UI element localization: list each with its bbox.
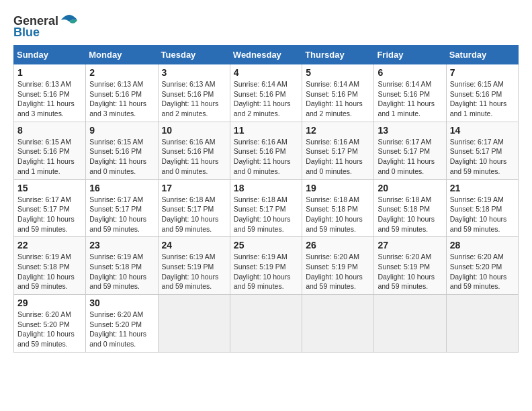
calendar-cell: 10Sunrise: 6:16 AM Sunset: 5:16 PM Dayli… [158, 122, 230, 179]
day-number: 12 [306, 125, 370, 136]
col-header-sunday: Sunday [14, 46, 86, 64]
day-info: Sunrise: 6:20 AM Sunset: 5:20 PM Dayligh… [450, 252, 515, 291]
day-number: 20 [378, 183, 442, 193]
day-info: Sunrise: 6:20 AM Sunset: 5:19 PM Dayligh… [306, 252, 370, 291]
day-number: 26 [306, 240, 370, 250]
day-info: Sunrise: 6:19 AM Sunset: 5:18 PM Dayligh… [17, 252, 82, 291]
day-info: Sunrise: 6:13 AM Sunset: 5:16 PM Dayligh… [17, 79, 82, 119]
day-number: 3 [162, 67, 226, 78]
day-number: 21 [450, 183, 515, 193]
day-info: Sunrise: 6:15 AM Sunset: 5:16 PM Dayligh… [17, 137, 82, 177]
day-info: Sunrise: 6:14 AM Sunset: 5:16 PM Dayligh… [234, 79, 298, 119]
day-number: 7 [450, 67, 515, 78]
day-number: 16 [89, 183, 154, 193]
col-header-monday: Monday [86, 46, 158, 64]
calendar-cell [230, 295, 302, 353]
calendar-cell: 30Sunrise: 6:20 AM Sunset: 5:20 PM Dayli… [86, 295, 158, 353]
col-header-thursday: Thursday [302, 46, 374, 64]
col-header-friday: Friday [374, 46, 446, 64]
day-number: 18 [234, 183, 298, 193]
day-info: Sunrise: 6:19 AM Sunset: 5:19 PM Dayligh… [162, 252, 226, 291]
day-info: Sunrise: 6:17 AM Sunset: 5:17 PM Dayligh… [378, 137, 442, 177]
day-info: Sunrise: 6:18 AM Sunset: 5:18 PM Dayligh… [306, 195, 370, 234]
col-header-tuesday: Tuesday [158, 46, 230, 64]
day-number: 23 [89, 240, 154, 250]
day-info: Sunrise: 6:14 AM Sunset: 5:16 PM Dayligh… [306, 79, 370, 119]
day-number: 2 [89, 67, 154, 78]
col-header-saturday: Saturday [446, 46, 518, 64]
calendar-cell: 4Sunrise: 6:14 AM Sunset: 5:16 PM Daylig… [230, 64, 302, 122]
day-info: Sunrise: 6:20 AM Sunset: 5:20 PM Dayligh… [17, 310, 82, 349]
day-number: 1 [17, 67, 82, 78]
calendar-cell: 24Sunrise: 6:19 AM Sunset: 5:19 PM Dayli… [158, 237, 230, 295]
calendar-cell: 9Sunrise: 6:15 AM Sunset: 5:16 PM Daylig… [86, 122, 158, 179]
day-info: Sunrise: 6:18 AM Sunset: 5:17 PM Dayligh… [234, 195, 298, 234]
day-info: Sunrise: 6:15 AM Sunset: 5:16 PM Dayligh… [450, 79, 515, 119]
day-number: 11 [234, 125, 298, 136]
calendar-header-row: SundayMondayTuesdayWednesdayThursdayFrid… [14, 46, 519, 64]
calendar-cell: 12Sunrise: 6:16 AM Sunset: 5:17 PM Dayli… [302, 122, 374, 179]
day-info: Sunrise: 6:16 AM Sunset: 5:16 PM Dayligh… [162, 137, 226, 177]
day-info: Sunrise: 6:19 AM Sunset: 5:18 PM Dayligh… [450, 195, 515, 234]
calendar-cell: 23Sunrise: 6:19 AM Sunset: 5:18 PM Dayli… [86, 237, 158, 295]
page-header: General Blue [13, 13, 519, 40]
calendar-cell: 29Sunrise: 6:20 AM Sunset: 5:20 PM Dayli… [14, 295, 86, 353]
calendar-cell: 8Sunrise: 6:15 AM Sunset: 5:16 PM Daylig… [14, 122, 86, 179]
calendar-cell [302, 295, 374, 353]
day-info: Sunrise: 6:17 AM Sunset: 5:17 PM Dayligh… [450, 137, 515, 177]
day-info: Sunrise: 6:13 AM Sunset: 5:16 PM Dayligh… [89, 79, 154, 119]
day-info: Sunrise: 6:14 AM Sunset: 5:16 PM Dayligh… [378, 79, 442, 119]
day-info: Sunrise: 6:18 AM Sunset: 5:17 PM Dayligh… [162, 195, 226, 234]
calendar-cell: 18Sunrise: 6:18 AM Sunset: 5:17 PM Dayli… [230, 179, 302, 237]
calendar-week-row: 15Sunrise: 6:17 AM Sunset: 5:17 PM Dayli… [14, 179, 519, 237]
logo-bird-icon [60, 13, 79, 28]
day-number: 28 [450, 240, 515, 250]
day-number: 25 [234, 240, 298, 250]
day-number: 9 [89, 125, 154, 136]
logo: General Blue [13, 13, 79, 40]
day-number: 15 [17, 183, 82, 193]
day-number: 4 [234, 67, 298, 78]
calendar-cell: 14Sunrise: 6:17 AM Sunset: 5:17 PM Dayli… [446, 122, 518, 179]
day-number: 29 [17, 298, 82, 308]
day-number: 27 [378, 240, 442, 250]
calendar-week-row: 22Sunrise: 6:19 AM Sunset: 5:18 PM Dayli… [14, 237, 519, 295]
calendar-cell: 2Sunrise: 6:13 AM Sunset: 5:16 PM Daylig… [86, 64, 158, 122]
logo-blue-text: Blue [13, 26, 40, 40]
day-number: 5 [306, 67, 370, 78]
day-number: 30 [89, 298, 154, 308]
calendar-cell: 16Sunrise: 6:17 AM Sunset: 5:17 PM Dayli… [86, 179, 158, 237]
calendar-cell: 20Sunrise: 6:18 AM Sunset: 5:18 PM Dayli… [374, 179, 446, 237]
calendar-cell: 21Sunrise: 6:19 AM Sunset: 5:18 PM Dayli… [446, 179, 518, 237]
calendar-cell: 26Sunrise: 6:20 AM Sunset: 5:19 PM Dayli… [302, 237, 374, 295]
calendar-cell: 3Sunrise: 6:13 AM Sunset: 5:16 PM Daylig… [158, 64, 230, 122]
calendar-cell: 22Sunrise: 6:19 AM Sunset: 5:18 PM Dayli… [14, 237, 86, 295]
calendar-cell [158, 295, 230, 353]
day-info: Sunrise: 6:19 AM Sunset: 5:19 PM Dayligh… [234, 252, 298, 291]
calendar-cell: 7Sunrise: 6:15 AM Sunset: 5:16 PM Daylig… [446, 64, 518, 122]
calendar-cell: 28Sunrise: 6:20 AM Sunset: 5:20 PM Dayli… [446, 237, 518, 295]
calendar-cell [446, 295, 518, 353]
day-number: 22 [17, 240, 82, 250]
day-info: Sunrise: 6:15 AM Sunset: 5:16 PM Dayligh… [89, 137, 154, 177]
col-header-wednesday: Wednesday [230, 46, 302, 64]
calendar-cell: 1Sunrise: 6:13 AM Sunset: 5:16 PM Daylig… [14, 64, 86, 122]
day-info: Sunrise: 6:20 AM Sunset: 5:19 PM Dayligh… [378, 252, 442, 291]
calendar-cell: 19Sunrise: 6:18 AM Sunset: 5:18 PM Dayli… [302, 179, 374, 237]
day-info: Sunrise: 6:19 AM Sunset: 5:18 PM Dayligh… [89, 252, 154, 291]
day-info: Sunrise: 6:18 AM Sunset: 5:18 PM Dayligh… [378, 195, 442, 234]
calendar-cell: 6Sunrise: 6:14 AM Sunset: 5:16 PM Daylig… [374, 64, 446, 122]
calendar-table: SundayMondayTuesdayWednesdayThursdayFrid… [13, 45, 519, 353]
day-number: 14 [450, 125, 515, 136]
day-info: Sunrise: 6:16 AM Sunset: 5:17 PM Dayligh… [306, 137, 370, 177]
day-number: 17 [162, 183, 226, 193]
calendar-week-row: 1Sunrise: 6:13 AM Sunset: 5:16 PM Daylig… [14, 64, 519, 122]
day-info: Sunrise: 6:16 AM Sunset: 5:16 PM Dayligh… [234, 137, 298, 177]
day-info: Sunrise: 6:17 AM Sunset: 5:17 PM Dayligh… [17, 195, 82, 234]
day-info: Sunrise: 6:20 AM Sunset: 5:20 PM Dayligh… [89, 310, 154, 349]
day-number: 13 [378, 125, 442, 136]
day-info: Sunrise: 6:13 AM Sunset: 5:16 PM Dayligh… [162, 79, 226, 119]
day-number: 19 [306, 183, 370, 193]
day-number: 6 [378, 67, 442, 78]
day-number: 10 [162, 125, 226, 136]
